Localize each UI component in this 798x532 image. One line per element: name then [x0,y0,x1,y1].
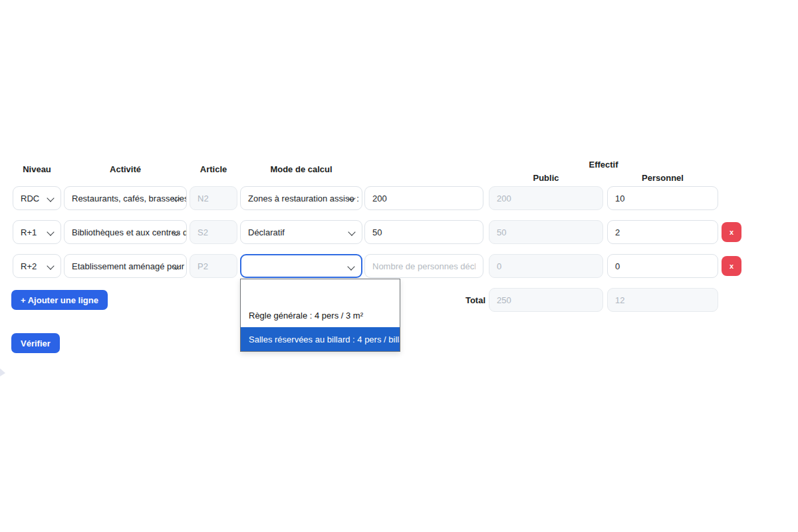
effectif-personnel-input-row3[interactable] [607,254,718,278]
effectif-public-input-row1 [489,186,603,210]
article-input-row1 [190,186,237,210]
mode-select-row1-value: Zones à restauration assise : [248,194,359,203]
occupancy-calculator-page: Niveau Activité Article Mode de calcul E… [0,0,798,532]
article-input-row3 [190,254,237,278]
article-input-row2 [190,220,237,244]
chevron-down-icon [47,262,54,269]
effectif-personnel-input-row1[interactable] [607,186,718,210]
effectif-personnel-input-row2[interactable] [607,220,718,244]
activite-select-row1-value: Restaurants, cafés, brasseries [72,194,187,203]
valeur-input-row3[interactable] [364,254,483,278]
delete-row-button-row2[interactable]: x [722,222,741,242]
activite-select-row1[interactable]: Restaurants, cafés, brasseries [64,186,187,210]
niveau-select-row2[interactable]: R+1 [13,220,61,244]
header-article: Article [190,164,237,174]
total-public-input [489,288,603,312]
header-mode-de-calcul: Mode de calcul [240,164,362,174]
verify-button[interactable]: Vérifier [11,333,60,353]
edge-artifact-icon [0,368,5,376]
delete-row-button-row3[interactable]: x [722,256,741,276]
add-row-button[interactable]: + Ajouter une ligne [11,290,108,310]
activite-select-row3-value: Etablissement aménagé pour [72,261,184,271]
niveau-select-row1-value: RDC [21,194,39,203]
chevron-down-icon [47,194,54,201]
chevron-down-icon [47,228,54,235]
niveau-select-row1[interactable]: RDC [13,186,61,210]
niveau-select-row3[interactable]: R+2 [13,254,61,278]
activite-select-row2[interactable]: Bibliothèques et aux centres d [64,220,187,244]
mode-select-dropdown-list: Règle générale : 4 pers / 3 m² Salles ré… [240,279,400,352]
valeur-input-row1[interactable] [364,186,483,210]
dropdown-option-regle-generale[interactable]: Règle générale : 4 pers / 3 m² [241,303,400,327]
total-personnel-input [607,288,718,312]
mode-select-row1[interactable]: Zones à restauration assise : [240,186,362,210]
total-label: Total [426,295,485,305]
valeur-input-row2[interactable] [364,220,483,244]
dropdown-option-blank[interactable] [241,279,400,303]
niveau-select-row2-value: R+1 [21,227,37,237]
mode-select-row2[interactable]: Déclaratif [240,220,362,244]
header-niveau: Niveau [13,164,61,174]
dropdown-option-salles-billard[interactable]: Salles réservées au billard : 4 pers / b… [241,327,400,351]
header-effectif: Effectif [489,160,718,170]
niveau-select-row3-value: R+2 [21,261,37,271]
effectif-public-input-row2 [489,220,603,244]
chevron-down-icon [347,263,354,270]
mode-select-row2-value: Déclaratif [248,227,285,237]
activite-select-row3[interactable]: Etablissement aménagé pour [64,254,187,278]
header-activite: Activité [64,164,187,174]
effectif-public-input-row3 [489,254,603,278]
header-public: Public [489,173,603,183]
activite-select-row2-value: Bibliothèques et aux centres d [72,227,187,237]
mode-select-row3[interactable] [240,254,362,278]
chevron-down-icon [348,228,355,235]
header-personnel: Personnel [607,173,718,183]
